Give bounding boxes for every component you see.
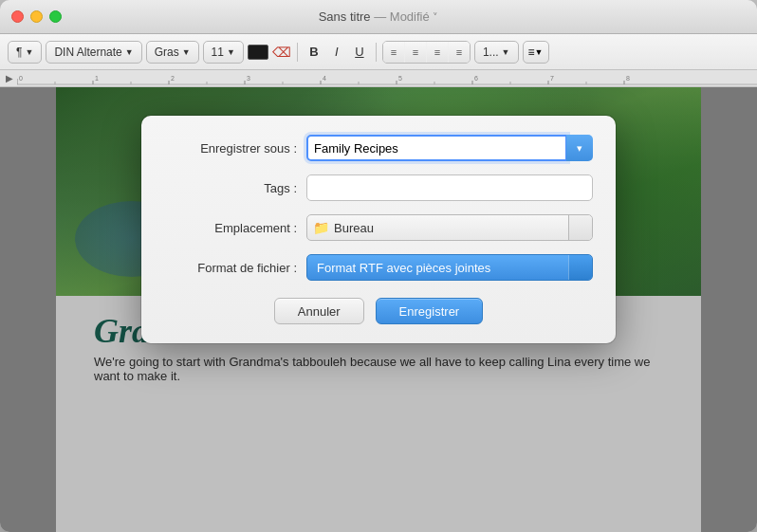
alignment-buttons: ≡ ≡ ≡ ≡ bbox=[382, 41, 471, 64]
font-family-arrow: ▼ bbox=[125, 47, 134, 57]
location-label: Emplacement : bbox=[164, 221, 306, 235]
maximize-button[interactable] bbox=[49, 10, 62, 23]
filename-row: Enregistrer sous : ▾ bbox=[164, 135, 593, 161]
paragraph-button[interactable]: ¶ ▼ bbox=[8, 41, 42, 64]
underline-button[interactable]: U bbox=[349, 42, 370, 63]
location-wrapper: 📁 Bureau ▲ ▼ bbox=[306, 214, 593, 241]
svg-text:4: 4 bbox=[323, 75, 326, 82]
svg-text:7: 7 bbox=[550, 75, 554, 82]
save-dialog: Enregistrer sous : ▾ Tags : Emplacemen bbox=[141, 116, 616, 343]
format-down-button[interactable]: ▼ bbox=[570, 268, 592, 281]
cancel-button[interactable]: Annuler bbox=[274, 298, 364, 324]
svg-text:3: 3 bbox=[247, 75, 250, 82]
main-window: Sans titre — Modifié ˅ ¶ ▼ DIN Alternate… bbox=[0, 0, 757, 532]
divider-2 bbox=[376, 43, 377, 62]
save-button[interactable]: Enregistrer bbox=[376, 298, 484, 324]
tags-input[interactable] bbox=[306, 174, 593, 201]
paragraph-arrow: ▼ bbox=[25, 47, 33, 57]
location-display[interactable]: 📁 Bureau ▲ ▼ bbox=[306, 214, 593, 241]
svg-text:8: 8 bbox=[626, 75, 630, 82]
font-style-arrow: ▼ bbox=[182, 47, 191, 57]
format-value: Format RTF avec pièces jointes bbox=[317, 261, 490, 275]
eraser-icon[interactable]: ⌫ bbox=[272, 45, 291, 60]
align-left-button[interactable]: ≡ bbox=[383, 42, 404, 63]
svg-text:5: 5 bbox=[398, 75, 402, 82]
align-center-button[interactable]: ≡ bbox=[405, 42, 426, 63]
italic-button[interactable]: I bbox=[326, 42, 347, 63]
filename-dropdown-button[interactable]: ▾ bbox=[566, 135, 593, 161]
filename-input-wrapper: ▾ bbox=[306, 135, 593, 161]
filename-label: Enregistrer sous : bbox=[164, 141, 306, 156]
close-button[interactable] bbox=[11, 10, 24, 23]
numbered-list-button[interactable]: 1... ▼ bbox=[474, 41, 519, 64]
format-row: Format de fichier : Format RTF avec pièc… bbox=[164, 254, 593, 281]
bold-button[interactable]: B bbox=[304, 42, 324, 63]
align-right-button[interactable]: ≡ bbox=[427, 42, 448, 63]
divider-1 bbox=[297, 43, 298, 62]
ruler-svg: 0 1 2 3 4 5 6 7 8 bbox=[17, 71, 757, 86]
tags-row: Tags : bbox=[164, 174, 593, 201]
font-size-arrow: ▼ bbox=[227, 47, 235, 57]
location-value: Bureau bbox=[334, 221, 374, 235]
format-stepper: ▲ ▼ bbox=[569, 255, 592, 280]
chevron-down-icon: ▾ bbox=[577, 142, 582, 155]
content-area: Grandma's Secret Tabbouleh We're going t… bbox=[0, 87, 757, 532]
format-buttons: B I U bbox=[304, 42, 370, 63]
font-style-select[interactable]: Gras ▼ bbox=[146, 41, 199, 64]
location-up-button[interactable]: ▲ bbox=[570, 215, 592, 229]
location-stepper: ▲ ▼ bbox=[569, 215, 592, 240]
ruler-arrow-icon: ▶ bbox=[6, 73, 13, 83]
svg-text:0: 0 bbox=[19, 75, 23, 82]
folder-icon: 📁 bbox=[313, 220, 329, 235]
svg-text:1: 1 bbox=[95, 75, 99, 82]
title-bar: Sans titre — Modifié ˅ bbox=[0, 0, 757, 34]
svg-text:2: 2 bbox=[171, 75, 175, 82]
toolbar: ¶ ▼ DIN Alternate ▼ Gras ▼ 11 ▼ ⌫ B I U … bbox=[0, 34, 757, 70]
ruler: ▶ 0 1 2 3 4 5 6 7 8 bbox=[0, 70, 757, 87]
dialog-overlay: Enregistrer sous : ▾ Tags : Emplacemen bbox=[0, 87, 757, 532]
traffic-lights bbox=[11, 10, 62, 23]
format-up-button[interactable]: ▲ bbox=[570, 255, 592, 268]
location-row: Emplacement : 📁 Bureau ▲ ▼ bbox=[164, 214, 593, 241]
align-justify-button[interactable]: ≡ bbox=[449, 42, 470, 63]
tags-label: Tags : bbox=[164, 181, 306, 195]
font-size-select[interactable]: 11 ▼ bbox=[203, 41, 244, 64]
format-label: Format de fichier : bbox=[164, 261, 306, 275]
color-picker[interactable] bbox=[248, 45, 268, 60]
font-family-select[interactable]: DIN Alternate ▼ bbox=[46, 41, 141, 64]
dialog-buttons: Annuler Enregistrer bbox=[164, 298, 593, 324]
format-display[interactable]: Format RTF avec pièces jointes ▲ ▼ bbox=[306, 254, 593, 281]
window-title: Sans titre — Modifié ˅ bbox=[319, 9, 439, 24]
svg-text:6: 6 bbox=[474, 75, 478, 82]
paragraph-icon: ¶ bbox=[16, 46, 22, 59]
minimize-button[interactable] bbox=[30, 10, 43, 23]
filename-input[interactable] bbox=[306, 135, 567, 161]
list-button[interactable]: ≡ ▼ bbox=[523, 41, 549, 64]
location-down-button[interactable]: ▼ bbox=[570, 229, 592, 241]
format-wrapper: Format RTF avec pièces jointes ▲ ▼ bbox=[306, 254, 593, 281]
